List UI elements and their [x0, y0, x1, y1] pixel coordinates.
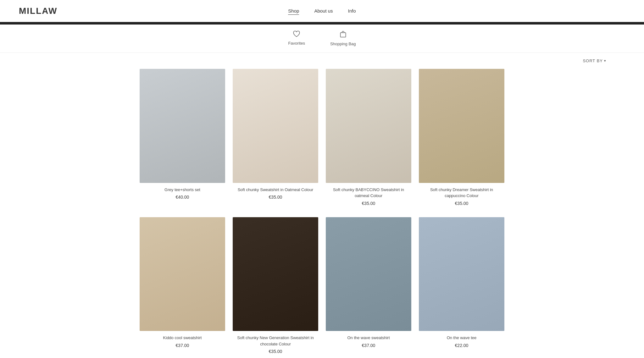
product-image-placeholder: [140, 69, 225, 183]
nav-item-about[interactable]: About us: [314, 8, 333, 14]
logo[interactable]: MILLAW: [19, 6, 57, 16]
product-card[interactable]: Soft chunky BABYCCINO Sweatshirt in oatm…: [326, 69, 411, 207]
product-image: [233, 69, 318, 183]
product-info: Soft chunky New Generation Sweatshirt in…: [233, 331, 318, 355]
product-image-placeholder: [233, 69, 318, 183]
sort-label: SORT BY: [583, 58, 603, 63]
product-card[interactable]: Kiddo cool sweatshirt €37.00: [140, 217, 225, 355]
svg-rect-0: [340, 33, 346, 37]
favorites-label: Favorites: [288, 41, 305, 46]
nav-item-info[interactable]: Info: [348, 8, 356, 14]
product-info: On the wave tee €22.00: [419, 331, 504, 349]
product-price: €35.00: [421, 201, 502, 206]
product-name: On the wave tee: [421, 335, 502, 341]
product-grid: Grey tee+shorts set €40.00 Soft chunky S…: [102, 69, 542, 358]
main-nav: Shop About us Info: [288, 8, 356, 14]
heart-icon: [293, 31, 300, 39]
product-image: [140, 69, 225, 183]
product-price: €40.00: [142, 195, 223, 200]
product-price: €22.00: [421, 343, 502, 348]
product-card[interactable]: On the wave tee €22.00: [419, 217, 504, 355]
product-image-placeholder: [419, 217, 504, 331]
product-name: Grey tee+shorts set: [142, 187, 223, 193]
product-card[interactable]: Soft chunky Dreamer Sweatshirt in cappuc…: [419, 69, 504, 207]
product-info: Soft chunky Sweatshirt in Oatmeal Colour…: [233, 183, 318, 201]
product-image: [326, 69, 411, 183]
product-name: Soft chunky New Generation Sweatshirt in…: [235, 335, 316, 347]
product-image-placeholder: [419, 69, 504, 183]
shopping-bag-button[interactable]: Shopping Bag: [330, 31, 356, 46]
shopping-bag-label: Shopping Bag: [330, 41, 356, 46]
product-image: [233, 217, 318, 331]
product-name: Kiddo cool sweatshirt: [142, 335, 223, 341]
product-price: €35.00: [328, 201, 409, 206]
product-price: €37.00: [142, 343, 223, 348]
nav-item-shop[interactable]: Shop: [288, 8, 299, 14]
product-name: Soft chunky BABYCCINO Sweatshirt in oatm…: [328, 187, 409, 199]
product-info: Grey tee+shorts set €40.00: [140, 183, 225, 201]
product-image-placeholder: [140, 217, 225, 331]
sort-button[interactable]: SORT BY ▾: [583, 58, 606, 63]
product-info: Soft chunky BABYCCINO Sweatshirt in oatm…: [326, 183, 411, 207]
product-price: €35.00: [235, 195, 316, 200]
header: MILLAW Shop About us Info: [0, 0, 644, 22]
product-info: On the wave sweatshirt €37.00: [326, 331, 411, 349]
sort-bar: SORT BY ▾: [0, 53, 644, 69]
product-image-placeholder: [233, 217, 318, 331]
product-info: Kiddo cool sweatshirt €37.00: [140, 331, 225, 349]
product-name: Soft chunky Dreamer Sweatshirt in cappuc…: [421, 187, 502, 199]
product-image-placeholder: [326, 69, 411, 183]
product-image: [419, 217, 504, 331]
chevron-down-icon: ▾: [604, 59, 606, 63]
product-image: [419, 69, 504, 183]
product-card[interactable]: On the wave sweatshirt €37.00: [326, 217, 411, 355]
product-name: On the wave sweatshirt: [328, 335, 409, 341]
product-image-placeholder: [326, 217, 411, 331]
product-info: Soft chunky Dreamer Sweatshirt in cappuc…: [419, 183, 504, 207]
product-image: [140, 217, 225, 331]
product-image: [326, 217, 411, 331]
product-name: Soft chunky Sweatshirt in Oatmeal Colour: [235, 187, 316, 193]
bag-icon: [340, 31, 346, 40]
product-card[interactable]: Grey tee+shorts set €40.00: [140, 69, 225, 207]
product-card[interactable]: Soft chunky New Generation Sweatshirt in…: [233, 217, 318, 355]
product-card[interactable]: Soft chunky Sweatshirt in Oatmeal Colour…: [233, 69, 318, 207]
product-price: €37.00: [328, 343, 409, 348]
hero-bar: [0, 22, 644, 25]
favorites-button[interactable]: Favorites: [288, 31, 305, 46]
action-bar: Favorites Shopping Bag: [0, 25, 644, 53]
product-price: €35.00: [235, 349, 316, 354]
